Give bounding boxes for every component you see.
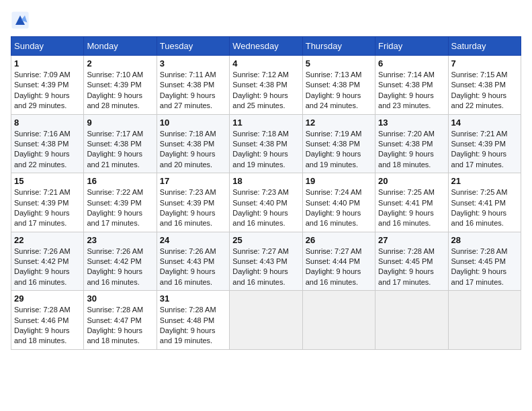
day-number: 6: [378, 58, 445, 68]
day-info: Sunrise: 7:21 AMSunset: 4:39 PMDaylight:…: [14, 187, 81, 229]
day-info: Sunrise: 7:24 AMSunset: 4:40 PMDaylight:…: [306, 187, 372, 229]
calendar-cell: 10Sunrise: 7:18 AMSunset: 4:38 PMDayligh…: [157, 114, 229, 173]
day-number: 10: [160, 118, 226, 128]
day-info: Sunrise: 7:28 AMSunset: 4:47 PMDaylight:…: [87, 305, 153, 347]
day-info: Sunrise: 7:28 AMSunset: 4:45 PMDaylight:…: [378, 246, 445, 288]
calendar-week-row: 29Sunrise: 7:28 AMSunset: 4:46 PMDayligh…: [11, 291, 521, 350]
calendar-weekday-header: Friday: [375, 37, 448, 56]
calendar-body: 1Sunrise: 7:09 AMSunset: 4:39 PMDaylight…: [11, 56, 521, 350]
calendar-week-row: 15Sunrise: 7:21 AMSunset: 4:39 PMDayligh…: [11, 173, 521, 232]
day-info: Sunrise: 7:20 AMSunset: 4:38 PMDaylight:…: [378, 129, 445, 171]
calendar-cell: 17Sunrise: 7:23 AMSunset: 4:39 PMDayligh…: [157, 173, 229, 232]
day-info: Sunrise: 7:26 AMSunset: 4:42 PMDaylight:…: [14, 246, 81, 288]
calendar-week-row: 1Sunrise: 7:09 AMSunset: 4:39 PMDaylight…: [11, 56, 521, 115]
day-number: 9: [87, 118, 153, 128]
calendar-cell: [230, 291, 302, 350]
day-info: Sunrise: 7:25 AMSunset: 4:41 PMDaylight:…: [451, 187, 518, 229]
calendar-cell: 5Sunrise: 7:13 AMSunset: 4:38 PMDaylight…: [302, 56, 375, 115]
day-number: 27: [378, 235, 445, 245]
calendar-cell: 29Sunrise: 7:28 AMSunset: 4:46 PMDayligh…: [11, 291, 84, 350]
calendar-cell: 14Sunrise: 7:21 AMSunset: 4:39 PMDayligh…: [448, 114, 521, 173]
calendar-week-row: 8Sunrise: 7:16 AMSunset: 4:38 PMDaylight…: [11, 114, 521, 173]
day-number: 12: [306, 118, 372, 128]
calendar-cell: [448, 291, 521, 350]
day-number: 13: [378, 118, 445, 128]
calendar-weekday-header: Monday: [84, 37, 157, 56]
calendar-cell: 13Sunrise: 7:20 AMSunset: 4:38 PMDayligh…: [375, 114, 448, 173]
day-info: Sunrise: 7:27 AMSunset: 4:43 PMDaylight:…: [232, 246, 299, 288]
day-number: 19: [306, 176, 372, 186]
day-info: Sunrise: 7:17 AMSunset: 4:38 PMDaylight:…: [87, 129, 153, 171]
day-info: Sunrise: 7:23 AMSunset: 4:39 PMDaylight:…: [160, 187, 226, 229]
day-info: Sunrise: 7:21 AMSunset: 4:39 PMDaylight:…: [451, 129, 518, 171]
calendar-table: SundayMondayTuesdayWednesdayThursdayFrid…: [11, 36, 521, 350]
calendar-weekday-header: Sunday: [11, 37, 84, 56]
day-number: 29: [14, 293, 81, 304]
calendar-cell: 2Sunrise: 7:10 AMSunset: 4:39 PMDaylight…: [84, 56, 157, 115]
day-info: Sunrise: 7:13 AMSunset: 4:38 PMDaylight:…: [306, 70, 372, 111]
calendar-weekday-header: Thursday: [302, 37, 375, 56]
calendar-cell: 4Sunrise: 7:12 AMSunset: 4:38 PMDaylight…: [230, 56, 302, 115]
calendar-cell: 9Sunrise: 7:17 AMSunset: 4:38 PMDaylight…: [84, 114, 157, 173]
day-number: 28: [451, 235, 518, 245]
day-info: Sunrise: 7:23 AMSunset: 4:40 PMDaylight:…: [232, 187, 299, 229]
day-number: 4: [232, 58, 299, 68]
calendar-cell: 8Sunrise: 7:16 AMSunset: 4:38 PMDaylight…: [11, 114, 84, 173]
calendar-cell: 1Sunrise: 7:09 AMSunset: 4:39 PMDaylight…: [11, 56, 84, 115]
day-number: 15: [14, 176, 81, 186]
calendar-cell: [302, 291, 375, 350]
day-info: Sunrise: 7:15 AMSunset: 4:38 PMDaylight:…: [451, 70, 518, 111]
logo-icon: [11, 11, 30, 30]
day-number: 1: [14, 58, 81, 68]
day-info: Sunrise: 7:18 AMSunset: 4:38 PMDaylight:…: [232, 129, 299, 171]
calendar-cell: 3Sunrise: 7:11 AMSunset: 4:38 PMDaylight…: [157, 56, 229, 115]
day-info: Sunrise: 7:25 AMSunset: 4:41 PMDaylight:…: [378, 187, 445, 229]
day-number: 26: [306, 235, 372, 245]
page-header: [11, 11, 521, 30]
calendar-cell: 26Sunrise: 7:27 AMSunset: 4:44 PMDayligh…: [302, 232, 375, 291]
calendar-weekday-header: Tuesday: [157, 37, 229, 56]
day-number: 7: [451, 58, 518, 68]
calendar-cell: 21Sunrise: 7:25 AMSunset: 4:41 PMDayligh…: [448, 173, 521, 232]
day-number: 17: [160, 176, 226, 186]
day-info: Sunrise: 7:09 AMSunset: 4:39 PMDaylight:…: [14, 70, 81, 111]
calendar-cell: 30Sunrise: 7:28 AMSunset: 4:47 PMDayligh…: [84, 291, 157, 350]
day-info: Sunrise: 7:12 AMSunset: 4:38 PMDaylight:…: [232, 70, 299, 111]
calendar-cell: 28Sunrise: 7:28 AMSunset: 4:45 PMDayligh…: [448, 232, 521, 291]
day-number: 14: [451, 118, 518, 128]
day-info: Sunrise: 7:16 AMSunset: 4:38 PMDaylight:…: [14, 129, 81, 171]
day-number: 20: [378, 176, 445, 186]
calendar-header-row: SundayMondayTuesdayWednesdayThursdayFrid…: [11, 37, 521, 56]
day-number: 22: [14, 235, 81, 245]
calendar-weekday-header: Wednesday: [230, 37, 302, 56]
day-number: 21: [451, 176, 518, 186]
calendar-cell: 22Sunrise: 7:26 AMSunset: 4:42 PMDayligh…: [11, 232, 84, 291]
day-info: Sunrise: 7:19 AMSunset: 4:38 PMDaylight:…: [306, 129, 372, 171]
day-number: 2: [87, 58, 153, 68]
day-number: 18: [232, 176, 299, 186]
day-info: Sunrise: 7:26 AMSunset: 4:43 PMDaylight:…: [160, 246, 226, 288]
day-number: 3: [160, 58, 226, 68]
calendar-cell: 6Sunrise: 7:14 AMSunset: 4:38 PMDaylight…: [375, 56, 448, 115]
calendar-weekday-header: Saturday: [448, 37, 521, 56]
day-number: 11: [232, 118, 299, 128]
logo: [11, 11, 31, 30]
day-info: Sunrise: 7:28 AMSunset: 4:46 PMDaylight:…: [14, 305, 81, 347]
calendar-cell: 16Sunrise: 7:22 AMSunset: 4:39 PMDayligh…: [84, 173, 157, 232]
day-info: Sunrise: 7:26 AMSunset: 4:42 PMDaylight:…: [87, 246, 153, 288]
day-number: 30: [87, 293, 153, 304]
calendar-cell: 7Sunrise: 7:15 AMSunset: 4:38 PMDaylight…: [448, 56, 521, 115]
calendar-cell: 27Sunrise: 7:28 AMSunset: 4:45 PMDayligh…: [375, 232, 448, 291]
day-number: 25: [232, 235, 299, 245]
calendar-cell: [375, 291, 448, 350]
calendar-cell: 23Sunrise: 7:26 AMSunset: 4:42 PMDayligh…: [84, 232, 157, 291]
day-info: Sunrise: 7:14 AMSunset: 4:38 PMDaylight:…: [378, 70, 445, 111]
day-info: Sunrise: 7:28 AMSunset: 4:48 PMDaylight:…: [160, 305, 226, 347]
day-number: 23: [87, 235, 153, 245]
day-info: Sunrise: 7:27 AMSunset: 4:44 PMDaylight:…: [306, 246, 372, 288]
calendar-cell: 20Sunrise: 7:25 AMSunset: 4:41 PMDayligh…: [375, 173, 448, 232]
day-info: Sunrise: 7:28 AMSunset: 4:45 PMDaylight:…: [451, 246, 518, 288]
calendar-week-row: 22Sunrise: 7:26 AMSunset: 4:42 PMDayligh…: [11, 232, 521, 291]
day-number: 31: [160, 293, 226, 304]
calendar-cell: 25Sunrise: 7:27 AMSunset: 4:43 PMDayligh…: [230, 232, 302, 291]
